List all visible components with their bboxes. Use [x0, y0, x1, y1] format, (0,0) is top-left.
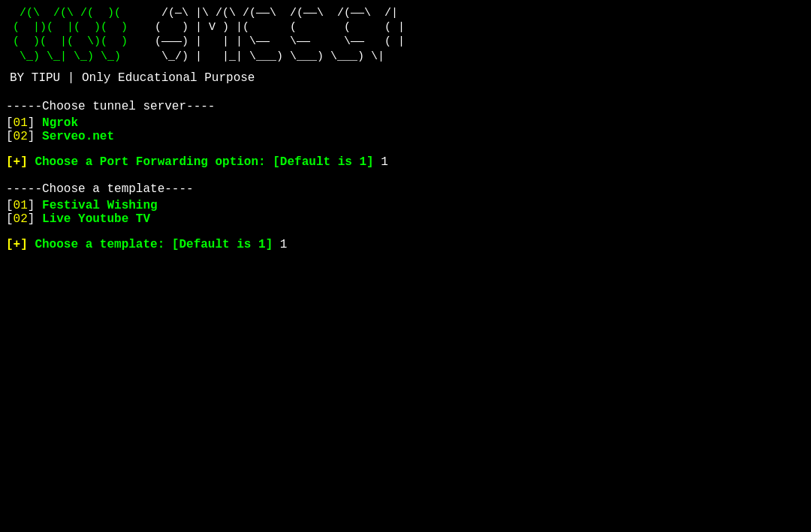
- final-banner: /(\ /(\ /( )( /(—\ |\ /(\ /(——\ /(——\ /(…: [6, 6, 805, 251]
- banner-pre: /(\ /(\ /( )( /(—\ |\ /(\ /(——\ /(——\ /(…: [6, 6, 805, 64]
- template-opt2-final: [02] Live Youtube TV: [6, 212, 805, 226]
- tunnel-divider-final: -----Choose tunnel server----: [6, 100, 805, 113]
- port-prompt-final: [+] Choose a Port Forwarding option: [De…: [6, 155, 805, 169]
- tunnel-opt1-final: [01] Ngrok: [6, 116, 805, 130]
- tunnel-opt2-final: [02] Serveo.net: [6, 130, 805, 143]
- subtitle-final: BY TIPU | Only Educational Purpose: [10, 71, 805, 85]
- template-divider-final: -----Choose a template----: [6, 182, 805, 196]
- template-opt1-final: [01] Festival Wishing: [6, 199, 805, 212]
- template-prompt-final: [+] Choose a template: [Default is 1] 1: [6, 238, 805, 251]
